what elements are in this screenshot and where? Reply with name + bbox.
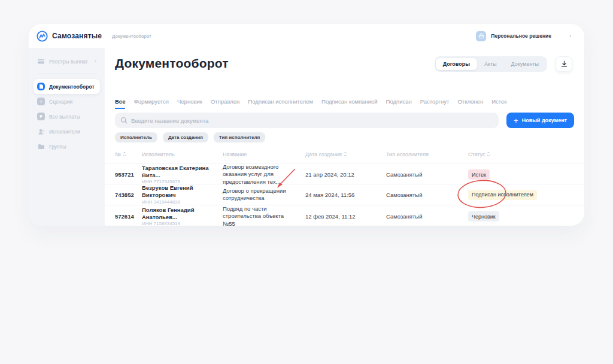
doc-type-segmented-control: Договоры Акты Документы — [435, 56, 547, 72]
main-content: Документооборот Договоры Акты Документы … — [105, 48, 584, 226]
filter-chip-created-date[interactable]: Дата создания — [163, 132, 208, 142]
column-header-name[interactable]: Название — [223, 151, 305, 157]
cell-date: 24 мая 2024, 11:56 — [305, 192, 386, 198]
plus-icon: + — [514, 117, 518, 125]
status-tab-draft[interactable]: Черновик — [177, 98, 202, 108]
table-row[interactable]: 953721 Тараповская Екатерина Вита... ИНН… — [105, 163, 584, 184]
status-filter-tabs: Все Формируется Черновик Отправлен Подпи… — [115, 98, 506, 109]
cell-number: 953721 — [115, 171, 142, 178]
account-label: Персональное решение — [491, 33, 551, 39]
download-button[interactable] — [556, 56, 572, 72]
sidebar-item-label: Исполнители — [49, 129, 80, 135]
brand-logo[interactable]: Самозанятые — [29, 31, 105, 42]
chevron-right-icon: › — [569, 33, 571, 39]
status-tab-signed[interactable]: Подписан — [386, 98, 412, 108]
executor-inn: ИНН 7158934519 — [142, 221, 223, 226]
scenario-icon: ≡ — [37, 98, 45, 105]
status-tab-forming[interactable]: Формируется — [133, 98, 169, 108]
sort-icon — [123, 151, 126, 157]
brand-logo-icon — [37, 31, 48, 42]
page-title: Документооборот — [115, 56, 229, 71]
document-icon — [37, 83, 45, 90]
cell-document-name: Договор возмездного оказания услуг для п… — [223, 163, 296, 186]
sidebar-item-label: Группы — [49, 144, 66, 150]
executor-name: Поляков Геннадий Анатольев... — [142, 207, 223, 221]
cell-document-name: Подряд по части строительства объекта №5… — [223, 205, 296, 226]
cell-status: Подписан исполнителем — [468, 190, 584, 200]
account-widget[interactable]: Персональное решение › — [476, 31, 584, 41]
tab-documents[interactable]: Документы — [504, 58, 546, 70]
sidebar-divider — [37, 74, 96, 74]
cell-date: 12 фев 2024, 11:12 — [305, 213, 386, 220]
search-icon — [120, 117, 128, 124]
column-header-status[interactable]: Статус — [468, 151, 584, 157]
app-window: Самозанятые Документооборот Персональное… — [29, 24, 584, 226]
cell-executor: Тараповская Екатерина Вита... ИНН 771234… — [142, 165, 223, 185]
sidebar: Реестры выплат › Документооборот ≡ Сцена… — [29, 48, 105, 226]
column-header-date[interactable]: Дата создания — [305, 151, 386, 157]
new-document-button[interactable]: + Новый документ — [506, 113, 574, 128]
column-header-number[interactable]: № — [115, 151, 142, 157]
brand-name: Самозанятые — [52, 32, 102, 40]
filter-chip-executor[interactable]: Исполнитель — [115, 132, 157, 142]
status-badge: Истек — [468, 169, 490, 180]
cell-type: Самозанятый — [386, 171, 468, 178]
new-document-label: Новый документ — [522, 117, 567, 123]
status-badge: Подписан исполнителем — [468, 190, 537, 200]
sidebar-item-label: Документооборот — [49, 84, 95, 90]
sidebar-item-all-payouts[interactable]: P Все выплаты — [34, 109, 100, 124]
sort-icon — [487, 151, 490, 157]
status-tab-all[interactable]: Все — [115, 98, 125, 109]
table-header: № Исполнитель Название Дата создания Тип… — [105, 145, 584, 163]
executor-inn: ИНН 7712345678 — [142, 179, 223, 184]
cell-type: Самозанятый — [386, 213, 468, 220]
cell-type: Самозанятый — [386, 192, 468, 198]
cell-status: Черновик — [468, 211, 584, 222]
cell-number: 572614 — [115, 213, 142, 220]
executor-name: Безруков Евгений Викторович — [142, 184, 223, 199]
sort-icon — [344, 151, 347, 157]
tab-acts[interactable]: Акты — [477, 58, 504, 70]
people-icon — [37, 128, 45, 135]
sidebar-item-label: Реестры выплат — [49, 59, 88, 65]
payments-icon: P — [37, 113, 45, 120]
filter-chips: Исполнитель Дата создания Тип исполнител… — [115, 132, 265, 142]
cell-number: 743852 — [115, 192, 142, 198]
filter-chip-executor-type[interactable]: Тип исполнителя — [214, 132, 265, 142]
status-tab-signed-executor[interactable]: Подписан исполнителем — [248, 98, 313, 108]
chevron-right-icon: › — [95, 59, 96, 64]
wallet-icon — [37, 57, 45, 65]
table-body: 953721 Тараповская Екатерина Вита... ИНН… — [105, 163, 584, 226]
sidebar-item-groups[interactable]: Группы — [34, 139, 100, 154]
status-tab-signed-company[interactable]: Подписан компанией — [321, 98, 377, 108]
executor-inn: ИНН 3419444838 — [142, 199, 223, 205]
search-input[interactable] — [115, 113, 499, 128]
briefcase-icon — [476, 31, 486, 41]
topbar: Самозанятые Документооборот Персональное… — [29, 24, 584, 48]
sidebar-item-label: Все выплаты — [49, 114, 80, 120]
column-header-type[interactable]: Тип исполнителя — [386, 151, 468, 157]
sidebar-item-scenarios[interactable]: ≡ Сценарии — [34, 94, 100, 109]
download-icon — [561, 60, 568, 68]
status-tab-terminated[interactable]: Расторгнут — [420, 98, 450, 108]
status-tab-expired[interactable]: Истек — [491, 98, 506, 108]
status-tab-sent[interactable]: Отправлен — [211, 98, 239, 108]
table-row[interactable]: 572614 Поляков Геннадий Анатольев... ИНН… — [105, 205, 584, 226]
table-row[interactable]: 743852 Безруков Евгений Викторович ИНН 3… — [105, 184, 584, 205]
folder-icon — [37, 142, 45, 150]
search-row: + Новый документ — [115, 113, 574, 128]
cell-status: Истек — [468, 169, 584, 180]
cell-executor: Безруков Евгений Викторович ИНН 34194448… — [142, 184, 223, 205]
status-badge: Черновик — [468, 211, 499, 222]
status-tab-rejected[interactable]: Отклонен — [457, 98, 483, 108]
sidebar-item-executors[interactable]: Исполнители — [34, 124, 100, 139]
cell-document-name: Договор о прекращении сотрудничества — [223, 187, 296, 202]
sidebar-item-label: Сценарии — [49, 99, 72, 105]
cell-executor: Поляков Геннадий Анатольев... ИНН 715893… — [142, 207, 223, 226]
sidebar-item-payout-registries[interactable]: Реестры выплат › — [34, 54, 100, 69]
tab-contracts[interactable]: Договоры — [436, 58, 477, 70]
search-field-wrap — [115, 113, 499, 128]
sidebar-item-documents[interactable]: Документооборот — [34, 79, 100, 94]
column-header-executor[interactable]: Исполнитель — [142, 151, 223, 157]
breadcrumb: Документооборот — [112, 34, 151, 39]
